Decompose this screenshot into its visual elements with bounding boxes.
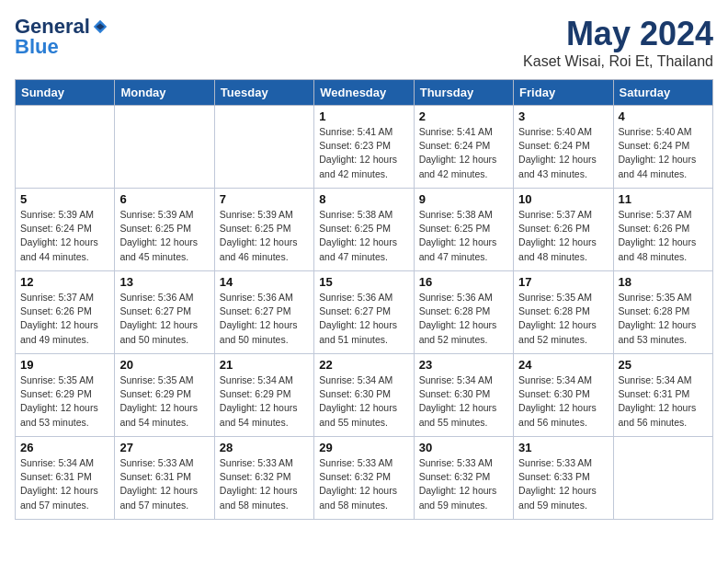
day-info: Sunrise: 5:35 AM Sunset: 6:29 PM Dayligh… (20, 373, 109, 430)
calendar-cell: 6Sunrise: 5:39 AM Sunset: 6:25 PM Daylig… (115, 189, 214, 271)
day-number: 17 (518, 275, 608, 289)
week-row-3: 12Sunrise: 5:37 AM Sunset: 6:26 PM Dayli… (16, 271, 713, 354)
day-number: 30 (419, 441, 508, 454)
logo-blue-text: Blue (15, 35, 59, 59)
location-title: Kaset Wisai, Roi Et, Thailand (523, 53, 713, 70)
calendar-cell: 22Sunrise: 5:34 AM Sunset: 6:30 PM Dayli… (314, 354, 414, 437)
logo-icon (92, 18, 108, 35)
day-info: Sunrise: 5:34 AM Sunset: 6:30 PM Dayligh… (319, 373, 408, 430)
day-number: 6 (119, 192, 209, 206)
calendar-cell (115, 106, 214, 189)
calendar-cell: 2Sunrise: 5:41 AM Sunset: 6:24 PM Daylig… (414, 106, 513, 189)
day-number: 4 (619, 109, 708, 123)
day-info: Sunrise: 5:40 AM Sunset: 6:24 PM Dayligh… (518, 125, 608, 181)
week-row-2: 5Sunrise: 5:39 AM Sunset: 6:24 PM Daylig… (16, 189, 713, 271)
day-info: Sunrise: 5:33 AM Sunset: 6:33 PM Dayligh… (518, 456, 608, 512)
weekday-header-row: SundayMondayTuesdayWednesdayThursdayFrid… (16, 80, 713, 106)
calendar-cell: 16Sunrise: 5:36 AM Sunset: 6:28 PM Dayli… (414, 271, 513, 354)
calendar-cell: 12Sunrise: 5:37 AM Sunset: 6:26 PM Dayli… (16, 271, 115, 354)
day-number: 16 (419, 275, 508, 289)
day-info: Sunrise: 5:35 AM Sunset: 6:28 PM Dayligh… (518, 291, 608, 347)
day-info: Sunrise: 5:36 AM Sunset: 6:28 PM Dayligh… (419, 291, 508, 347)
day-number: 19 (20, 358, 109, 372)
day-info: Sunrise: 5:36 AM Sunset: 6:27 PM Dayligh… (319, 291, 408, 347)
calendar-cell: 23Sunrise: 5:34 AM Sunset: 6:30 PM Dayli… (414, 354, 513, 437)
day-info: Sunrise: 5:33 AM Sunset: 6:31 PM Dayligh… (119, 456, 209, 512)
day-info: Sunrise: 5:38 AM Sunset: 6:25 PM Dayligh… (319, 208, 408, 264)
weekday-friday: Friday (514, 80, 613, 106)
calendar-cell: 31Sunrise: 5:33 AM Sunset: 6:33 PM Dayli… (514, 437, 613, 520)
calendar-cell: 18Sunrise: 5:35 AM Sunset: 6:28 PM Dayli… (613, 271, 712, 354)
calendar-cell: 29Sunrise: 5:33 AM Sunset: 6:32 PM Dayli… (314, 437, 414, 520)
day-info: Sunrise: 5:33 AM Sunset: 6:32 PM Dayligh… (220, 456, 309, 512)
day-info: Sunrise: 5:34 AM Sunset: 6:31 PM Dayligh… (619, 373, 708, 430)
day-number: 15 (319, 275, 408, 289)
month-title: May 2024 (523, 15, 713, 53)
calendar-cell: 17Sunrise: 5:35 AM Sunset: 6:28 PM Dayli… (514, 271, 613, 354)
calendar-cell: 25Sunrise: 5:34 AM Sunset: 6:31 PM Dayli… (613, 354, 712, 437)
day-info: Sunrise: 5:34 AM Sunset: 6:30 PM Dayligh… (518, 373, 608, 430)
calendar-cell: 3Sunrise: 5:40 AM Sunset: 6:24 PM Daylig… (514, 106, 613, 189)
day-number: 18 (619, 275, 708, 289)
weekday-monday: Monday (115, 80, 214, 106)
day-info: Sunrise: 5:36 AM Sunset: 6:27 PM Dayligh… (119, 291, 209, 347)
calendar-cell: 7Sunrise: 5:39 AM Sunset: 6:25 PM Daylig… (214, 189, 313, 271)
day-number: 9 (419, 192, 508, 206)
day-number: 21 (220, 358, 309, 372)
calendar-cell: 27Sunrise: 5:33 AM Sunset: 6:31 PM Dayli… (115, 437, 214, 520)
calendar-cell: 24Sunrise: 5:34 AM Sunset: 6:30 PM Dayli… (514, 354, 613, 437)
calendar-cell: 8Sunrise: 5:38 AM Sunset: 6:25 PM Daylig… (314, 189, 414, 271)
calendar-cell: 19Sunrise: 5:35 AM Sunset: 6:29 PM Dayli… (16, 354, 115, 437)
day-number: 10 (518, 192, 608, 206)
calendar-cell: 11Sunrise: 5:37 AM Sunset: 6:26 PM Dayli… (613, 189, 712, 271)
calendar-cell: 5Sunrise: 5:39 AM Sunset: 6:24 PM Daylig… (16, 189, 115, 271)
day-info: Sunrise: 5:33 AM Sunset: 6:32 PM Dayligh… (319, 456, 408, 512)
calendar-cell: 4Sunrise: 5:40 AM Sunset: 6:24 PM Daylig… (613, 106, 712, 189)
day-info: Sunrise: 5:38 AM Sunset: 6:25 PM Dayligh… (419, 208, 508, 264)
day-info: Sunrise: 5:39 AM Sunset: 6:25 PM Dayligh… (119, 208, 209, 264)
day-number: 26 (20, 441, 109, 454)
calendar-cell: 26Sunrise: 5:34 AM Sunset: 6:31 PM Dayli… (16, 437, 115, 520)
weekday-saturday: Saturday (613, 80, 712, 106)
day-info: Sunrise: 5:34 AM Sunset: 6:29 PM Dayligh… (220, 373, 309, 430)
day-number: 3 (518, 109, 608, 123)
day-info: Sunrise: 5:37 AM Sunset: 6:26 PM Dayligh… (20, 291, 109, 347)
day-info: Sunrise: 5:41 AM Sunset: 6:23 PM Dayligh… (319, 125, 408, 181)
day-info: Sunrise: 5:37 AM Sunset: 6:26 PM Dayligh… (518, 208, 608, 264)
calendar-table: SundayMondayTuesdayWednesdayThursdayFrid… (15, 79, 713, 520)
day-number: 8 (319, 192, 408, 206)
day-number: 13 (119, 275, 209, 289)
day-number: 20 (119, 358, 209, 372)
day-info: Sunrise: 5:39 AM Sunset: 6:24 PM Dayligh… (20, 208, 109, 264)
calendar-cell: 1Sunrise: 5:41 AM Sunset: 6:23 PM Daylig… (314, 106, 414, 189)
calendar-body: 1Sunrise: 5:41 AM Sunset: 6:23 PM Daylig… (16, 106, 713, 520)
day-number: 24 (518, 358, 608, 372)
day-info: Sunrise: 5:34 AM Sunset: 6:31 PM Dayligh… (20, 456, 109, 512)
day-info: Sunrise: 5:41 AM Sunset: 6:24 PM Dayligh… (419, 125, 508, 181)
week-row-4: 19Sunrise: 5:35 AM Sunset: 6:29 PM Dayli… (16, 354, 713, 437)
day-info: Sunrise: 5:34 AM Sunset: 6:30 PM Dayligh… (419, 373, 508, 430)
day-number: 2 (419, 109, 508, 123)
calendar-cell: 15Sunrise: 5:36 AM Sunset: 6:27 PM Dayli… (314, 271, 414, 354)
day-number: 22 (319, 358, 408, 372)
calendar-cell: 13Sunrise: 5:36 AM Sunset: 6:27 PM Dayli… (115, 271, 214, 354)
day-number: 31 (518, 441, 608, 454)
day-number: 14 (220, 275, 309, 289)
weekday-wednesday: Wednesday (314, 80, 414, 106)
title-block: May 2024 Kaset Wisai, Roi Et, Thailand (523, 15, 713, 70)
day-number: 28 (220, 441, 309, 454)
calendar-cell (16, 106, 115, 189)
calendar-cell: 20Sunrise: 5:35 AM Sunset: 6:29 PM Dayli… (115, 354, 214, 437)
day-number: 1 (319, 109, 408, 123)
day-info: Sunrise: 5:33 AM Sunset: 6:32 PM Dayligh… (419, 456, 508, 512)
day-number: 23 (419, 358, 508, 372)
weekday-tuesday: Tuesday (214, 80, 313, 106)
logo: General Blue (15, 15, 108, 59)
day-info: Sunrise: 5:39 AM Sunset: 6:25 PM Dayligh… (220, 208, 309, 264)
day-number: 5 (20, 192, 109, 206)
day-info: Sunrise: 5:35 AM Sunset: 6:28 PM Dayligh… (619, 291, 708, 347)
calendar-cell: 21Sunrise: 5:34 AM Sunset: 6:29 PM Dayli… (214, 354, 313, 437)
calendar-cell (214, 106, 313, 189)
weekday-sunday: Sunday (16, 80, 115, 106)
calendar-cell: 9Sunrise: 5:38 AM Sunset: 6:25 PM Daylig… (414, 189, 513, 271)
